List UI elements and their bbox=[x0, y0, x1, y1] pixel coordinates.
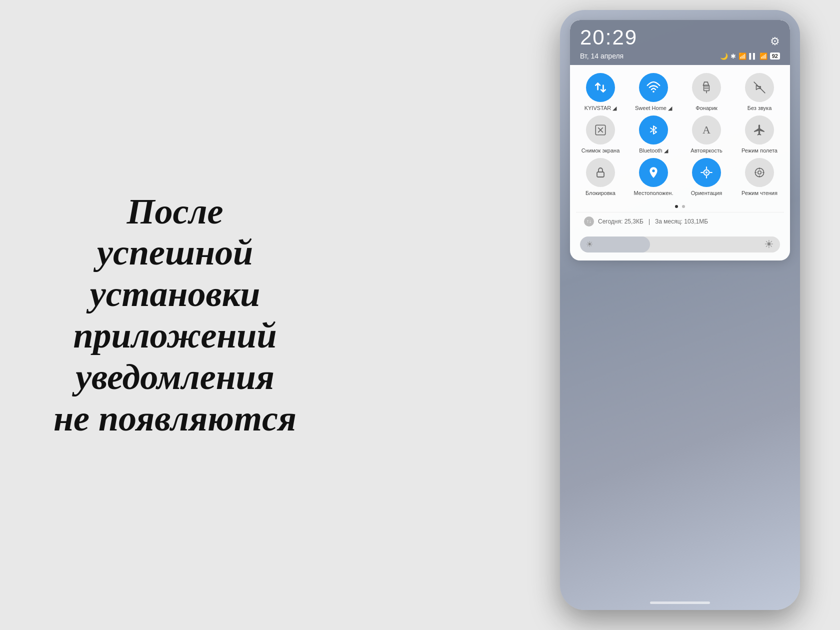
qs-label-rotation: Ориентация bbox=[691, 190, 722, 196]
signal-icon-1: 📶 bbox=[738, 52, 746, 60]
phone-area: 20:29 ⚙ Вт, 14 апреля 🌙 ✱ 📶 ▌▌ 📶 92 bbox=[550, 10, 810, 620]
svg-rect-3 bbox=[597, 172, 604, 177]
status-bar-bottom: Вт, 14 апреля 🌙 ✱ 📶 ▌▌ 📶 92 bbox=[570, 51, 790, 65]
svg-point-6 bbox=[706, 172, 708, 174]
quick-settings-grid: KYIVSTAR ◢ Sweet Home ◢ Фонарик bbox=[576, 73, 784, 197]
svg-rect-1 bbox=[704, 86, 710, 91]
qs-item-kyivstar[interactable]: KYIVSTAR ◢ bbox=[576, 73, 625, 112]
qs-label-bluetooth: Bluetooth ◢ bbox=[639, 148, 668, 154]
qs-circle-lock[interactable] bbox=[586, 158, 615, 187]
quick-settings-panel: KYIVSTAR ◢ Sweet Home ◢ Фонарик bbox=[570, 65, 790, 236]
data-icon: ↑↓ bbox=[584, 216, 594, 226]
qs-item-flashlight[interactable]: Фонарик bbox=[682, 73, 731, 112]
date-display: Вт, 14 апреля bbox=[580, 52, 624, 60]
battery-level: 92 bbox=[770, 52, 780, 60]
qs-circle-reading[interactable] bbox=[745, 158, 774, 187]
text-line-6: не появляются bbox=[54, 398, 296, 440]
notification-shade: 20:29 ⚙ Вт, 14 апреля 🌙 ✱ 📶 ▌▌ 📶 92 bbox=[570, 20, 790, 260]
page-dots bbox=[576, 201, 784, 212]
qs-item-rotation[interactable]: Ориентация bbox=[682, 158, 731, 196]
qs-label-airplane: Режим полета bbox=[742, 148, 778, 154]
svg-point-4 bbox=[652, 170, 654, 172]
dot-inactive bbox=[682, 205, 685, 208]
moon-icon: 🌙 bbox=[720, 52, 728, 60]
brightness-low-icon: ☀ bbox=[586, 240, 593, 249]
text-line-5: уведомления bbox=[54, 356, 296, 398]
brightness-slider[interactable]: ☀ ☀ bbox=[580, 236, 780, 252]
status-icons-row: 🌙 ✱ 📶 ▌▌ 📶 92 bbox=[720, 52, 780, 60]
svg-point-8 bbox=[758, 171, 762, 174]
qs-circle-kyivstar[interactable] bbox=[586, 73, 615, 102]
qs-item-reading[interactable]: Режим чтения bbox=[735, 158, 784, 196]
settings-icon[interactable]: ⚙ bbox=[770, 35, 780, 48]
qs-item-wifi[interactable]: Sweet Home ◢ bbox=[629, 73, 678, 112]
text-line-1: После bbox=[54, 191, 296, 232]
qs-label-location: Местоположен. bbox=[634, 190, 674, 196]
qs-circle-silent[interactable] bbox=[745, 73, 774, 102]
qs-item-airplane[interactable]: Режим полета bbox=[735, 116, 784, 154]
bluetooth-status-icon: ✱ bbox=[730, 52, 736, 60]
qs-label-kyivstar: KYIVSTAR ◢ bbox=[584, 105, 617, 112]
qs-label-silent: Без звука bbox=[748, 105, 772, 112]
qs-item-silent[interactable]: Без звука bbox=[735, 73, 784, 112]
qs-label-lock: Блокировка bbox=[586, 190, 616, 196]
qs-circle-screenshot[interactable] bbox=[586, 116, 615, 144]
svg-point-0 bbox=[652, 90, 654, 92]
qs-label-screenshot: Снимок экрана bbox=[582, 148, 620, 154]
qs-circle-location[interactable] bbox=[639, 158, 668, 187]
qs-item-lock[interactable]: Блокировка bbox=[576, 158, 625, 196]
qs-circle-rotation[interactable] bbox=[692, 158, 721, 187]
status-bar-top: 20:29 ⚙ bbox=[570, 20, 790, 51]
qs-label-flashlight: Фонарик bbox=[696, 105, 718, 112]
qs-label-reading: Режим чтения bbox=[742, 190, 778, 196]
data-usage-bar: ↑↓ Сегодня: 25,3КБ | За месяц: 103,1МБ bbox=[576, 212, 784, 232]
dot-active bbox=[675, 205, 678, 208]
qs-item-bluetooth[interactable]: Bluetooth ◢ bbox=[629, 116, 678, 154]
qs-circle-bluetooth[interactable] bbox=[639, 116, 668, 144]
time-display: 20:29 bbox=[580, 27, 638, 48]
left-panel: После успешной установки приложений увед… bbox=[0, 0, 350, 630]
qs-circle-flashlight[interactable] bbox=[692, 73, 721, 102]
wifi-status-icon: 📶 bbox=[760, 52, 768, 60]
qs-circle-auto-brightness[interactable]: A bbox=[692, 116, 721, 144]
phone-mockup: 20:29 ⚙ Вт, 14 апреля 🌙 ✱ 📶 ▌▌ 📶 92 bbox=[560, 10, 800, 610]
home-bar[interactable] bbox=[650, 602, 710, 604]
text-line-4: приложений bbox=[54, 315, 296, 356]
qs-item-auto-brightness[interactable]: A Автояркость bbox=[682, 116, 731, 154]
qs-item-screenshot[interactable]: Снимок экрана bbox=[576, 116, 625, 154]
qs-item-location[interactable]: Местоположен. bbox=[629, 158, 678, 196]
handwritten-text: После успешной установки приложений увед… bbox=[54, 191, 296, 440]
text-line-2: успешной bbox=[54, 232, 296, 274]
signal-icon-2: ▌▌ bbox=[749, 53, 757, 59]
qs-label-auto-brightness: Автояркость bbox=[690, 148, 722, 154]
qs-circle-airplane[interactable] bbox=[745, 116, 774, 144]
brightness-high-icon: ☀ bbox=[764, 238, 774, 251]
text-line-3: установки bbox=[54, 274, 296, 315]
qs-label-wifi: Sweet Home ◢ bbox=[635, 105, 672, 112]
qs-circle-wifi[interactable] bbox=[639, 73, 668, 102]
data-today: Сегодня: 25,3КБ | За месяц: 103,1МБ bbox=[598, 218, 708, 225]
